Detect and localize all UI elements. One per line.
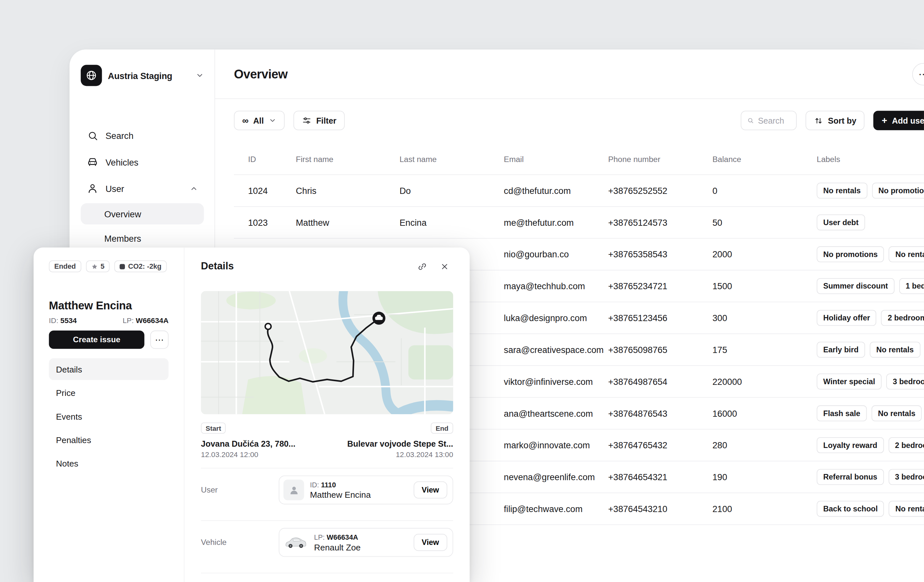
label-chip: Holiday offer	[817, 310, 876, 326]
filter-icon	[302, 115, 312, 125]
close-button[interactable]	[435, 257, 453, 275]
sidebar-item-label: User	[106, 183, 183, 194]
table-row[interactable]: 1023 Matthew Encina me@thefutur.com +387…	[234, 207, 924, 239]
sidebar-item-label: Search	[106, 130, 198, 140]
link-icon	[417, 261, 427, 271]
cell-email: nio@gourban.co	[504, 249, 609, 259]
drawer-tab-price[interactable]: Price	[49, 382, 168, 404]
filter-button[interactable]: Filter	[293, 111, 345, 130]
scope-filter-label: All	[253, 116, 264, 125]
user-card-text: ID: 1110 Matthew Encina	[310, 480, 408, 500]
cell-first-name: Chris	[296, 186, 399, 196]
drawer-tab-penalties[interactable]: Penalties	[49, 429, 168, 451]
sidebar-nav: Search Vehicles User	[81, 124, 204, 249]
scope-filter-button[interactable]: ∞ All	[234, 111, 284, 130]
sort-button[interactable]: Sort by	[805, 111, 865, 130]
cell-phone: +38764876543	[608, 408, 713, 418]
rating-value: 5	[101, 262, 104, 270]
toolbar: ∞ All Filter S	[215, 99, 924, 130]
status-badge-label: Ended	[54, 262, 76, 270]
more-button[interactable]: ⋯	[150, 331, 168, 349]
create-issue-button[interactable]: Create issue	[49, 331, 144, 349]
label-chip: Winter special	[817, 373, 881, 389]
view-vehicle-button[interactable]: View	[414, 534, 447, 551]
filter-label: Filter	[316, 116, 337, 125]
cell-labels: User debt	[817, 214, 924, 230]
sidebar-subitem-label: Members	[104, 233, 141, 243]
header-more-button[interactable]: ⋯	[912, 63, 924, 86]
distance-row: Distance 100km	[201, 573, 453, 582]
drawer-panel: Details	[185, 247, 470, 582]
drawer-actions: Create issue ⋯	[49, 331, 168, 349]
vehicle-row-label: Vehicle	[201, 538, 279, 547]
vehicle-card: LP: W66634A Renault Zoe View	[279, 528, 453, 557]
search-icon	[87, 129, 98, 141]
close-icon	[440, 262, 449, 271]
chevron-up-icon	[190, 185, 198, 193]
status-badge: Ended	[49, 260, 81, 272]
label-chip: Flash sale	[817, 406, 867, 421]
sidebar-item-vehicles[interactable]: Vehicles	[81, 150, 204, 174]
drawer-tab-events[interactable]: Events	[49, 406, 168, 427]
sidebar-subitem-overview[interactable]: Overview	[81, 203, 204, 224]
distance-value: 100km	[279, 580, 305, 582]
cell-phone: +38764987654	[608, 376, 713, 386]
table-row[interactable]: 1024 Chris Do cd@thefutur.com +387652525…	[234, 175, 924, 207]
cell-email: filip@techwave.com	[504, 504, 609, 514]
view-user-button[interactable]: View	[414, 481, 447, 499]
trip-map[interactable]	[201, 291, 453, 414]
end-chip: End	[431, 422, 453, 434]
cell-phone: +38764654321	[608, 472, 713, 482]
cell-phone: +38765234721	[608, 281, 713, 291]
cell-balance: 2000	[713, 249, 817, 259]
drawer-tab-notes[interactable]: Notes	[49, 453, 168, 474]
panel-title: Details	[201, 260, 409, 272]
cell-labels: Summer discount1 bedroom	[817, 278, 924, 294]
end-address: Bulevar vojvode Stepe St...	[347, 439, 453, 448]
search-box[interactable]	[741, 111, 797, 130]
toolbar-right: Sort by + Add user	[741, 111, 924, 130]
column-header-email: Email	[504, 155, 609, 163]
rating-badge: 5	[86, 260, 110, 272]
id-lp-row: ID: 5534 LP: W66634A	[49, 317, 168, 325]
user-row: User ID: 1110 Matthew Encina View	[201, 468, 453, 511]
cell-phone: +38765252552	[608, 186, 713, 196]
label-chip: No rentals	[889, 246, 924, 262]
cell-phone: +38765358543	[608, 249, 713, 259]
plus-icon: +	[882, 116, 887, 125]
panel-header: Details	[201, 257, 453, 275]
sidebar-subitem-members[interactable]: Members	[81, 228, 204, 249]
page-header: Overview ⋯	[215, 49, 924, 99]
search-input[interactable]	[758, 116, 790, 125]
cell-email: sara@creativespace.com	[504, 345, 609, 355]
distance-row-label: Distance	[201, 581, 279, 582]
label-chip: 2 bedrooms	[881, 310, 924, 326]
label-chip: 2 bedrooms	[889, 437, 924, 453]
sort-icon	[814, 116, 823, 125]
sidebar-item-search[interactable]: Search	[81, 124, 204, 147]
cell-email: me@thefutur.com	[504, 217, 609, 228]
column-header-first-name: First name	[296, 155, 399, 163]
label-chip: Referral bonus	[817, 469, 884, 485]
person-icon	[289, 485, 299, 495]
add-user-button[interactable]: + Add user	[874, 111, 924, 130]
sidebar-item-user[interactable]: User	[81, 176, 204, 200]
cell-balance: 190	[713, 472, 817, 482]
trip-details-drawer: Ended 5 CO2: -2kg Matthew Encina ID: 553…	[33, 247, 470, 582]
column-header-balance: Balance	[713, 155, 817, 163]
sort-label: Sort by	[828, 116, 856, 125]
copy-link-button[interactable]	[413, 257, 431, 275]
trip-times: 12.03.2024 12:00 12.03.2024 13:00	[201, 451, 453, 459]
cell-email: viktor@infiniverse.com	[504, 376, 609, 386]
org-switcher[interactable]: Austria Staging	[81, 65, 204, 86]
car-icon	[87, 156, 98, 168]
user-name: Matthew Encina	[49, 299, 168, 312]
label-chip: No rentals	[871, 406, 922, 421]
label-chip: Summer discount	[817, 278, 894, 294]
add-user-label: Add user	[892, 116, 924, 125]
cell-labels: No rentalsNo promotions	[817, 183, 924, 198]
chevron-down-icon	[196, 71, 204, 79]
drawer-tab-details[interactable]: Details	[49, 358, 168, 380]
cell-balance: 16000	[713, 408, 817, 418]
user-card: ID: 1110 Matthew Encina View	[279, 476, 453, 505]
